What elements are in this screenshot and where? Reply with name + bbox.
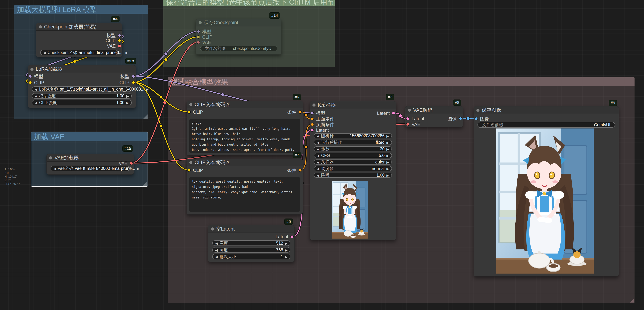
widget-right-arrow-icon[interactable] [386, 140, 389, 145]
widget-left-arrow-icon[interactable] [54, 166, 56, 171]
widget-left-arrow-icon[interactable] [317, 160, 319, 164]
negative-prompt-textarea[interactable]: low quality, worst quality, normal quali… [189, 177, 300, 212]
scheduler-widget[interactable]: 调度器 normal [314, 166, 392, 171]
collapse-dot-icon[interactable] [312, 104, 316, 106]
collapse-dot-icon[interactable] [198, 21, 202, 24]
clip-strength-widget[interactable]: CLIP强度 1.00 [32, 100, 132, 105]
node-ksampler[interactable]: K采样器 模型 正面条件 负面条件 Latent Latent 随机种 1566… [310, 101, 396, 240]
widget-right-arrow-icon[interactable] [285, 241, 288, 246]
vae-port-dot[interactable] [130, 162, 133, 165]
widget-left-arrow-icon[interactable] [317, 146, 319, 152]
latent-port-dot[interactable] [392, 112, 395, 115]
latent-port-dot[interactable] [290, 235, 294, 238]
vae-port-dot[interactable] [118, 44, 121, 48]
widget-value: ComfyUI [594, 122, 610, 128]
node-header[interactable]: 保存Checkpoint [196, 19, 281, 26]
conditioning-port-dot[interactable] [298, 110, 302, 114]
conditioning-port-dot[interactable] [298, 168, 302, 172]
widget-right-arrow-icon[interactable] [285, 248, 288, 252]
node-clip-text-encode-negative[interactable]: CLIP文本编码器 CLIP 条件 low quality, worst qua… [186, 158, 303, 214]
control-after-generate-widget[interactable]: 运行后操作 fixed [314, 140, 392, 145]
steps-widget[interactable]: 步数 20 [314, 146, 392, 152]
widget-left-arrow-icon[interactable] [317, 134, 319, 138]
model-port-dot[interactable] [197, 30, 200, 33]
node-header[interactable]: 空Latent [208, 225, 294, 233]
model-strength-widget[interactable]: 模型强度 1.00 [32, 93, 132, 98]
widget-left-arrow-icon[interactable] [43, 50, 46, 55]
collapse-dot-icon[interactable] [189, 161, 192, 164]
widget-right-arrow-icon[interactable] [137, 166, 140, 171]
widget-right-arrow-icon[interactable] [126, 50, 128, 55]
sampler-widget[interactable]: 采样器 euler [314, 160, 392, 164]
node-save-checkpoint[interactable]: 保存Checkpoint 模型 CLIP VAE 文件名前缀 checkpoin… [196, 19, 282, 54]
widget-right-arrow-icon[interactable] [386, 146, 389, 152]
widget-right-arrow-icon[interactable] [386, 166, 389, 171]
height-widget[interactable]: 高度 768 [212, 247, 290, 252]
node-vae-loader[interactable]: VAE加载器 VAE vae名称 vae-ft-mse-840000-ema-p… [46, 154, 134, 174]
widget-right-arrow-icon[interactable] [126, 100, 129, 105]
node-header[interactable]: 保存图像 [474, 106, 619, 114]
checkpoint-name-widget[interactable]: Checkpoint名称 animefull-final-pruned.... [40, 50, 118, 55]
filename-prefix-widget[interactable]: 文件名前缀 checkpoints/ComfyUI [200, 46, 277, 51]
filename-prefix-widget[interactable]: 文件名前缀 ComfyUI [478, 122, 615, 128]
model-port-dot[interactable] [132, 75, 135, 78]
widget-left-arrow-icon[interactable] [35, 94, 37, 98]
batch-size-widget[interactable]: 批次大小 1 [212, 254, 290, 259]
vae-port-dot[interactable] [406, 123, 409, 126]
clip-port-dot[interactable] [197, 35, 200, 39]
node-lora-loader[interactable]: LoRA加载器 模型 CLIP 模型 CLIP LoRA名称 sd_1.5\st… [28, 65, 136, 108]
seed-widget[interactable]: 随机种 156680208700286 [314, 133, 392, 138]
widget-left-arrow-icon[interactable] [215, 254, 218, 259]
collapse-dot-icon[interactable] [211, 228, 214, 230]
clip-port-dot[interactable] [132, 81, 135, 84]
latent-port-dot[interactable] [310, 128, 314, 132]
image-port-dot[interactable] [474, 117, 478, 120]
widget-right-arrow-icon[interactable] [146, 87, 149, 92]
node-header[interactable]: K采样器 [310, 101, 396, 109]
widget-left-arrow-icon[interactable] [215, 248, 218, 252]
node-vae-decode[interactable]: VAE解码 Latent VAE 图像 [405, 106, 463, 127]
node-id-badge: #4 [111, 16, 120, 22]
node-header[interactable]: Checkpoint加载器(简易) [36, 23, 122, 30]
collapse-dot-icon[interactable] [476, 108, 480, 112]
widget-right-arrow-icon[interactable] [126, 94, 129, 98]
denoise-widget[interactable]: 降噪 1.00 [314, 172, 392, 178]
collapse-dot-icon[interactable] [39, 25, 42, 28]
widget-left-arrow-icon[interactable] [317, 153, 319, 158]
widget-right-arrow-icon[interactable] [386, 134, 389, 138]
node-header[interactable]: LoRA加载器 [28, 66, 136, 73]
collapse-dot-icon[interactable] [49, 156, 52, 160]
model-port-dot[interactable] [118, 34, 121, 37]
clip-port-dot[interactable] [118, 39, 121, 42]
lora-name-widget[interactable]: LoRA名称 sd_1.5\style\nai1-artist_all_in_o… [32, 86, 132, 92]
collapse-dot-icon[interactable] [408, 108, 411, 112]
image-port-dot[interactable] [459, 117, 462, 120]
cfg-widget[interactable]: CFG 5.0 [314, 153, 392, 158]
node-header[interactable]: CLIP文本编码器 [187, 159, 302, 166]
widget-left-arrow-icon[interactable] [317, 140, 319, 145]
collapse-dot-icon[interactable] [30, 68, 34, 71]
collapse-dot-icon[interactable] [189, 103, 192, 106]
node-checkpoint-loader[interactable]: Checkpoint加载器(简易) 模型 CLIP VAE Checkpoint… [36, 23, 122, 57]
node-clip-text-encode-positive[interactable]: CLIP文本编码器 CLIP 条件 sheya, 1girl, animal e… [186, 100, 303, 155]
widget-right-arrow-icon[interactable] [386, 153, 389, 158]
conditioning-port-dot[interactable] [310, 123, 314, 126]
node-save-image[interactable]: 保存图像 图像 文件名前缀 ComfyUI [474, 106, 619, 276]
node-header[interactable]: CLIP文本编码器 [187, 101, 302, 108]
vae-port-dot[interactable] [197, 41, 200, 44]
widget-right-arrow-icon[interactable] [386, 160, 389, 164]
widget-right-arrow-icon[interactable] [386, 173, 389, 178]
node-empty-latent[interactable]: 空Latent Latent 宽度 512 高度 768 批次大小 1 [208, 225, 294, 262]
widget-left-arrow-icon[interactable] [35, 87, 37, 92]
widget-left-arrow-icon[interactable] [35, 100, 37, 105]
positive-prompt-textarea[interactable]: sheya, 1girl, animal ears, animal ear fl… [189, 119, 300, 153]
conditioning-port-dot[interactable] [310, 117, 314, 120]
output-model: 模型 [28, 74, 136, 79]
vae-name-widget[interactable]: vae名称 vae-ft-mse-840000-ema-prune... [51, 166, 130, 171]
node-header[interactable]: VAE解码 [405, 106, 463, 114]
widget-left-arrow-icon[interactable] [215, 241, 218, 246]
widget-left-arrow-icon[interactable] [317, 166, 319, 171]
width-widget[interactable]: 宽度 512 [212, 240, 290, 246]
widget-right-arrow-icon[interactable] [285, 254, 288, 259]
widget-left-arrow-icon[interactable] [317, 173, 319, 178]
